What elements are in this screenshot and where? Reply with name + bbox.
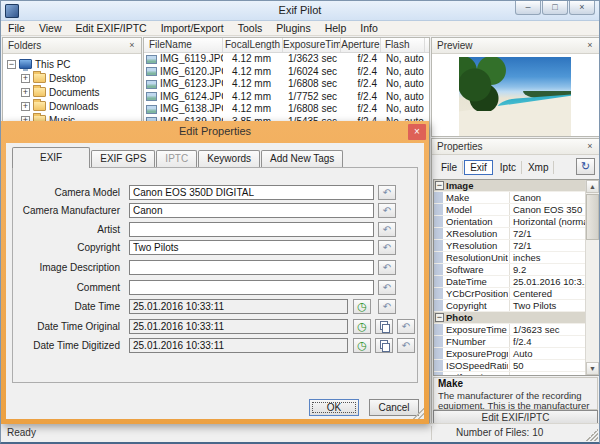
preview-close-icon[interactable]: × — [584, 40, 596, 52]
refresh-properties-button[interactable]: ↻ — [576, 158, 595, 175]
column-exposuretime[interactable]: ExposureTime — [283, 38, 341, 52]
clock-icon[interactable]: ◷ — [353, 319, 371, 334]
camera-manufacturer-input[interactable] — [129, 203, 374, 218]
file-row[interactable]: IMG_6124.JPG 4.12 mm 1/7752 sec f/2.4 No… — [144, 91, 429, 104]
scrollbar-thumb[interactable] — [586, 194, 599, 240]
scroll-up-icon[interactable]: ▲ — [586, 180, 599, 193]
tab-iptc[interactable]: IPTC — [156, 150, 197, 167]
tree-item-desktop[interactable]: + Desktop — [3, 71, 141, 85]
menu-tools[interactable]: Tools — [231, 21, 270, 35]
field-row-comment: Comment ↶ — [13, 280, 417, 296]
menu-file[interactable]: File — [1, 21, 32, 35]
undo-icon[interactable]: ↶ — [378, 185, 396, 200]
tab-exif[interactable]: Exif — [464, 160, 493, 175]
column-flash[interactable]: Flash — [381, 38, 425, 52]
column-filename[interactable]: FileName — [144, 38, 223, 52]
copyright-input[interactable] — [129, 240, 374, 255]
folder-icon — [33, 101, 46, 111]
undo-icon[interactable]: ↶ — [378, 222, 396, 237]
dialog-resize-grip[interactable] — [413, 408, 424, 419]
clock-icon[interactable]: ◷ — [353, 299, 371, 314]
tab-add-new-tags[interactable]: Add New Tags — [261, 150, 343, 167]
resize-grip[interactable] — [586, 429, 598, 441]
menu-edit-exif-iptc[interactable]: Edit EXIF/IPTC — [69, 21, 154, 35]
properties-close-icon[interactable]: × — [584, 141, 596, 153]
column-focallength[interactable]: FocalLength — [223, 38, 283, 52]
property-row[interactable]: ExposureTime1/3623 sec — [434, 324, 585, 336]
file-row[interactable]: IMG_6123.JPG 4.12 mm 1/6808 sec f/2.4 No… — [144, 78, 429, 91]
undo-icon[interactable]: ↶ — [378, 299, 396, 314]
artist-input[interactable] — [129, 222, 374, 237]
property-row[interactable]: OrientationHorizontal (normal) — [434, 216, 585, 228]
property-row[interactable]: MakeCanon — [434, 192, 585, 204]
clock-icon[interactable]: ◷ — [353, 338, 371, 353]
date-time-original-input[interactable] — [129, 319, 348, 334]
file-row[interactable]: IMG_6120.JPG 4.12 mm 1/6024 sec f/2.4 No… — [144, 66, 429, 79]
copy-icon[interactable] — [375, 319, 393, 334]
preview-content — [433, 55, 598, 135]
property-row[interactable]: ExifVersion0221 — [434, 372, 585, 375]
cancel-button[interactable]: Cancel — [369, 399, 419, 416]
section-row-photo[interactable]: −Photo — [434, 312, 585, 324]
property-row[interactable]: ModelCanon EOS 350 — [434, 204, 585, 216]
flash: No, auto — [381, 91, 425, 104]
tree-item-documents[interactable]: + Documents — [3, 85, 141, 99]
close-button[interactable]: × — [569, 1, 595, 15]
property-row[interactable]: CopyrightTwo Pilots — [434, 300, 585, 312]
menu-plugins[interactable]: Plugins — [269, 21, 317, 35]
property-row[interactable]: Software9.2 — [434, 264, 585, 276]
focal-length: 4.12 mm — [223, 103, 283, 116]
date-time-digitized-input[interactable] — [129, 338, 348, 353]
ok-button[interactable]: OK — [309, 399, 359, 416]
collapse-icon[interactable]: − — [7, 60, 16, 69]
tab-iptc[interactable]: Iptc — [495, 161, 522, 174]
dialog-close-button[interactable]: × — [408, 124, 426, 140]
undo-icon[interactable]: ↶ — [378, 280, 396, 295]
menu-import-export[interactable]: Import/Export — [154, 21, 231, 35]
app-window: Exif Pilot – □ × File View Edit EXIF/IPT… — [0, 0, 600, 444]
collapse-icon[interactable]: − — [435, 181, 444, 190]
field-row-artist: Artist ↶ — [13, 222, 417, 238]
expand-icon[interactable]: + — [21, 102, 30, 111]
tab-xmp[interactable]: Xmp — [523, 161, 555, 174]
scroll-down-icon[interactable]: ▼ — [586, 362, 599, 375]
column-aperture[interactable]: Aperture — [341, 38, 381, 52]
undo-icon[interactable]: ↶ — [378, 260, 396, 275]
menu-info[interactable]: Info — [353, 21, 385, 35]
expand-icon[interactable]: + — [21, 88, 30, 97]
menu-help[interactable]: Help — [318, 21, 354, 35]
grid-scrollbar[interactable]: ▲ ▼ — [585, 180, 599, 375]
undo-icon[interactable]: ↶ — [397, 319, 415, 334]
tab-exif[interactable]: EXIF — [12, 147, 90, 168]
file-row[interactable]: IMG_6138.JPG 4.12 mm 1/6808 sec f/2.4 No… — [144, 103, 429, 116]
undo-icon[interactable]: ↶ — [378, 203, 396, 218]
comment-input[interactable] — [129, 280, 374, 295]
property-row[interactable]: DateTime25.01.2016 10:3... — [434, 276, 585, 288]
section-row-image[interactable]: −Image — [434, 180, 585, 192]
tab-file[interactable]: File — [436, 161, 463, 174]
property-row[interactable]: ISOSpeedRatings50 — [434, 360, 585, 372]
minimize-button[interactable]: – — [515, 1, 541, 15]
property-row[interactable]: XResolution72/1 — [434, 228, 585, 240]
undo-icon[interactable]: ↶ — [397, 338, 415, 353]
menu-view[interactable]: View — [32, 21, 69, 35]
camera-model-input[interactable] — [129, 185, 374, 200]
maximize-button[interactable]: □ — [542, 1, 568, 15]
folders-close-icon[interactable]: × — [126, 40, 138, 52]
file-row[interactable]: IMG_6119.JPG 4.12 mm 1/3623 sec f/2.4 No… — [144, 53, 429, 66]
property-row[interactable]: YResolution72/1 — [434, 240, 585, 252]
tab-keywords[interactable]: Keywords — [198, 150, 260, 167]
property-row[interactable]: ResolutionUnitinches — [434, 252, 585, 264]
copy-icon[interactable] — [375, 338, 393, 353]
undo-icon[interactable]: ↶ — [378, 240, 396, 255]
tree-item-downloads[interactable]: + Downloads — [3, 99, 141, 113]
expand-icon[interactable]: + — [21, 74, 30, 83]
property-row[interactable]: ExposureProgramAuto — [434, 348, 585, 360]
collapse-icon[interactable]: − — [435, 313, 444, 322]
tab-exif-gps[interactable]: EXIF GPS — [91, 150, 155, 167]
tree-item-this-pc[interactable]: − This PC — [3, 57, 141, 71]
date-time-input[interactable] — [129, 299, 348, 314]
image-description-input[interactable] — [129, 260, 374, 275]
property-row[interactable]: FNumberf/2.4 — [434, 336, 585, 348]
property-row[interactable]: YCbCrPositioningCentered — [434, 288, 585, 300]
